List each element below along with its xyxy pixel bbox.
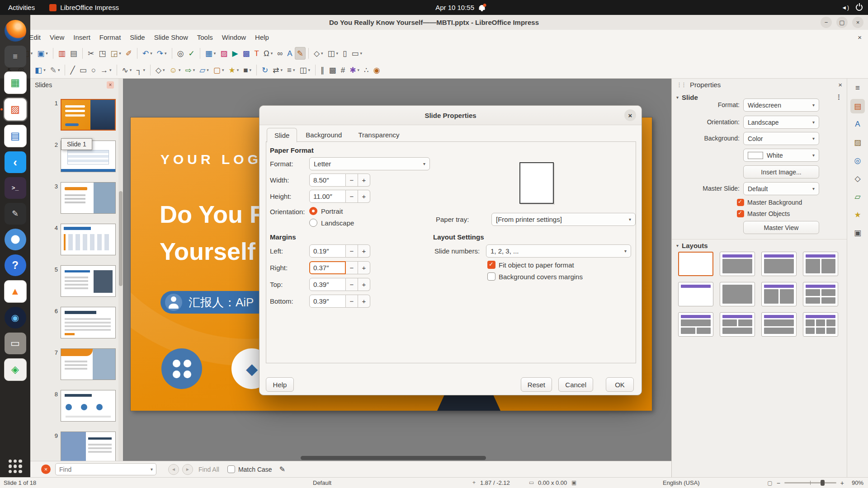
layout-title-content[interactable]	[761, 252, 797, 276]
insert-hyperlink-button[interactable]: ∞	[275, 47, 285, 60]
find-all-button[interactable]: Find All	[198, 466, 219, 473]
line-color-button[interactable]: ✎▾	[48, 64, 62, 76]
shapes-symbol-button[interactable]: ☺▾	[167, 64, 183, 76]
dock-libreoffice-writer[interactable]: ▤	[4, 125, 27, 147]
dock-show-apps[interactable]	[9, 460, 22, 473]
margin-right-value[interactable]: 0.37″	[309, 261, 346, 274]
layouts-section-header[interactable]: ▾ Layouts	[672, 239, 847, 252]
background-covers-checkbox[interactable]: Background covers margins	[487, 272, 583, 281]
background-color-select[interactable]: White ▾	[743, 149, 819, 162]
connectors-button[interactable]: ┐▾	[134, 64, 147, 76]
width-increment-icon[interactable]: +	[358, 174, 370, 187]
layout-title-slide[interactable]	[720, 252, 755, 276]
stars-banners-button[interactable]: ★▾	[226, 64, 241, 76]
menu-format[interactable]: Format	[95, 31, 126, 44]
arrange-button[interactable]: ◫▾	[325, 47, 340, 60]
ellipse-button[interactable]: ○	[89, 64, 98, 76]
margin-right-increment-icon[interactable]: +	[358, 261, 370, 274]
align-objects-button[interactable]: ≡▾	[285, 64, 297, 76]
document-modified-icon[interactable]: ▣	[571, 478, 576, 488]
insert-image-button[interactable]: ▨	[218, 47, 230, 60]
slide-numbers-select[interactable]: 1, 2, 3, ... ▾	[486, 244, 631, 258]
margin-bottom-value[interactable]: 0.39″	[309, 295, 346, 308]
sidebar-grip-icon[interactable]: ⋮⋮	[676, 81, 685, 88]
layout-title-two-content[interactable]	[803, 252, 838, 276]
dock-chromium[interactable]	[5, 229, 26, 250]
sb-format-select[interactable]: Widescreen ▾	[743, 99, 819, 112]
master-slide-status[interactable]: Default	[313, 478, 331, 488]
menu-tools[interactable]: Tools	[193, 31, 217, 44]
width-decrement-icon[interactable]: −	[346, 174, 358, 187]
fit-object-checkbox[interactable]: Fit object to paper format	[487, 261, 574, 269]
shapes-basic-button[interactable]: ◇▾	[153, 64, 167, 76]
find-replace-button[interactable]: ◎	[175, 47, 186, 60]
margin-right-spinner[interactable]: 0.37″ − +	[309, 261, 370, 274]
layout-four-content[interactable]	[803, 282, 838, 306]
margin-top-value[interactable]: 0.39″	[309, 278, 346, 291]
select-button[interactable]: ▯	[340, 47, 349, 60]
paper-format-select[interactable]: Letter ▾	[309, 157, 430, 170]
dock-firefox[interactable]	[5, 20, 26, 42]
find-replace-icon[interactable]: ✎	[279, 465, 285, 474]
slide-thumbnail-9[interactable]	[61, 432, 116, 461]
find-text-field[interactable]	[56, 466, 147, 473]
close-document-icon[interactable]: ×	[858, 33, 862, 41]
dock-file-manager[interactable]: ≡	[5, 46, 26, 67]
layout-centered-text[interactable]	[720, 282, 755, 306]
properties-deck-icon[interactable]: ▤	[850, 99, 865, 113]
spelling-button[interactable]: ✓	[186, 47, 197, 60]
system-status-menu[interactable]: ◄)	[841, 4, 863, 11]
dock-terminal[interactable]: >_	[5, 177, 26, 199]
master-slides-deck-icon[interactable]: ▣	[850, 225, 865, 240]
basic-shapes-button[interactable]: ◇▾	[311, 47, 326, 60]
slide-thumbnail-6[interactable]	[61, 307, 116, 338]
zoom-out-icon[interactable]: −	[777, 479, 780, 487]
dock-steam[interactable]: ◉	[5, 307, 26, 328]
layout-title-only[interactable]	[678, 282, 713, 306]
close-button[interactable]: ×	[852, 17, 863, 28]
zoom-percent[interactable]: 90%	[848, 479, 863, 486]
3d-objects-button[interactable]: ■▾	[241, 64, 254, 76]
find-next-button[interactable]: ►	[182, 464, 193, 475]
height-increment-icon[interactable]: +	[358, 190, 370, 203]
animation-deck-icon[interactable]: ★	[850, 207, 865, 222]
master-view-button[interactable]: Master View	[743, 221, 819, 234]
slide-thumbnail-1[interactable]	[61, 99, 116, 131]
undo-button[interactable]: ↶▾	[140, 47, 155, 60]
new-slide-button[interactable]: ▭▾	[349, 47, 364, 60]
special-character-button[interactable]: Ω▾	[261, 47, 275, 60]
activities-button[interactable]: Activities	[0, 4, 43, 11]
margin-left-increment-icon[interactable]: +	[358, 244, 370, 258]
dock-libreoffice-calc[interactable]: ▦	[4, 71, 27, 94]
flip-button[interactable]: ⇄▾	[270, 64, 285, 76]
slides-panel-scrollbar[interactable]	[118, 78, 123, 461]
fontwork-button[interactable]: A	[285, 47, 294, 60]
find-input[interactable]: ▾	[55, 463, 156, 475]
menu-slide-show[interactable]: Slide Show	[150, 31, 193, 44]
gallery-deck-icon[interactable]: ▨	[850, 135, 865, 150]
layout-six-content[interactable]	[803, 312, 838, 337]
curves-polygons-button[interactable]: ∿▾	[120, 64, 134, 76]
margin-left-spinner[interactable]: 0.19″ − +	[309, 244, 370, 258]
insert-line-button[interactable]: ╱	[68, 64, 77, 76]
margin-right-decrement-icon[interactable]: −	[346, 261, 358, 274]
tab-transparency[interactable]: Transparency	[350, 127, 407, 142]
landscape-radio[interactable]: Landscape	[309, 218, 354, 227]
fit-slide-icon[interactable]: ▢	[767, 480, 772, 486]
dock-gimp[interactable]: ✎	[5, 203, 26, 225]
save-button[interactable]: ▣▾	[35, 47, 50, 60]
zoom-slider[interactable]	[784, 482, 836, 483]
image-filter-button[interactable]: ✱▾	[347, 64, 362, 76]
zoom-in-icon[interactable]: +	[840, 479, 844, 487]
copy-button[interactable]: ◳	[96, 47, 108, 60]
cut-button[interactable]: ✂	[85, 47, 96, 60]
slide-thumbnail-7[interactable]	[61, 348, 116, 380]
slide-thumbnail-8[interactable]	[61, 390, 116, 422]
menu-help[interactable]: Help	[250, 31, 274, 44]
insert-image-button[interactable]: Insert Image...	[743, 165, 819, 178]
menu-insert[interactable]: Insert	[69, 31, 95, 44]
clock-menu[interactable]: Apr 10 10:55	[435, 4, 485, 11]
tab-background[interactable]: Background	[298, 127, 349, 142]
tab-slide[interactable]: Slide	[267, 128, 297, 142]
master-background-checkbox[interactable]: Master Background	[737, 199, 802, 206]
